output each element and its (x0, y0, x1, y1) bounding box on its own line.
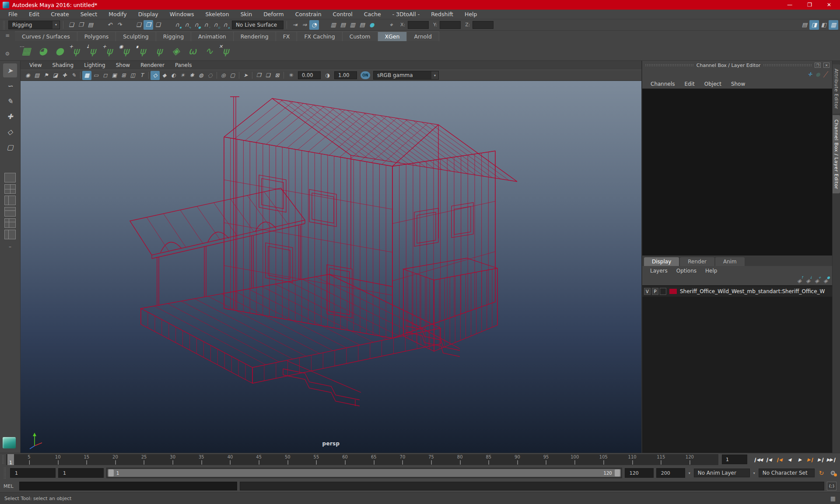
channel-box-menu-item[interactable]: Edit (680, 81, 700, 87)
sidebar-channel-box-icon[interactable]: ▥ (829, 20, 838, 30)
xgen-curves-icon[interactable]: ∿ (202, 44, 216, 58)
shelf-tab[interactable]: FX Caching (297, 32, 342, 41)
xgen-create-description-icon[interactable]: ψ+ (69, 44, 83, 58)
time-slider-strip[interactable]: 1 51015202530354045505560657075808590951… (6, 454, 718, 465)
xgen-sphere-preview-icon[interactable]: ◕ (36, 44, 50, 58)
sidebar-modeling-toolkit-icon[interactable]: ▤ (800, 20, 809, 30)
gamma-icon[interactable]: ◑ (323, 71, 332, 80)
motion-blur-icon[interactable]: ◌ (206, 71, 215, 80)
menu-item[interactable]: Control (327, 11, 358, 18)
menu-item[interactable]: Cache (358, 11, 387, 18)
z-input[interactable] (472, 21, 494, 29)
construction-history-icon[interactable]: ◔ (309, 20, 319, 30)
xgen-lock-description-icon[interactable]: ψ∎ (136, 44, 150, 58)
sidebar-tool-settings-icon[interactable]: ◧ (819, 20, 829, 30)
snap-point-icon[interactable]: ∩● (192, 20, 201, 30)
menu-item[interactable]: Modify (103, 11, 132, 18)
camera-attributes-icon[interactable]: ▤ (32, 71, 42, 80)
panel-float-icon[interactable]: ❐ (815, 63, 821, 68)
panel-menu-item[interactable]: Lighting (79, 62, 111, 68)
scale-tool-icon[interactable]: ▢ (3, 140, 17, 154)
channel-box-menu-item[interactable]: Object (700, 81, 726, 87)
playback-start-field[interactable]: 1 (58, 468, 104, 478)
shelf-tab[interactable]: FX (276, 32, 298, 41)
shadows-icon[interactable]: ✱ (187, 71, 196, 80)
save-scene-icon[interactable]: ▤ (86, 20, 95, 30)
viewport-3d-view[interactable]: persp (21, 81, 641, 453)
channel-box-menu-item[interactable]: Show (726, 81, 750, 87)
bookmark-icon[interactable]: ⚑ (42, 71, 51, 80)
layout-four-pane-button[interactable] (4, 184, 16, 194)
menu-item[interactable]: Edit (23, 11, 45, 18)
xgen-export-selection-icon[interactable]: ψ↓ (86, 44, 100, 58)
sidebar-vertical-tab[interactable]: Attribute Editor (833, 64, 840, 114)
xgen-grooming-icon[interactable]: ψ (152, 44, 166, 58)
xgen-toggle-preview-icon[interactable]: ψ◉ (119, 44, 133, 58)
panel-menu-item[interactable]: Show (111, 62, 135, 68)
shelf-tab[interactable]: Curves / Surfaces (15, 32, 77, 41)
undo-icon[interactable]: ↶ (105, 20, 115, 30)
isolate-select-icon[interactable]: ◎ (219, 71, 228, 80)
paste-buffer-icon[interactable]: ❏ (263, 71, 273, 80)
select-camera-icon[interactable]: ◉ (23, 71, 32, 80)
range-slider-bar[interactable]: 1 120 (108, 469, 621, 477)
layout-outliner-persp-button[interactable] (4, 230, 16, 239)
xgen-add-to-description-icon[interactable]: ψ+ (102, 44, 116, 58)
layout-two-pane-stacked-button[interactable] (4, 207, 16, 217)
make-live-icon[interactable]: ∩▴ (220, 20, 230, 30)
select-hierarchy-icon[interactable]: ❑ (134, 20, 144, 30)
layer-display-type-toggle[interactable] (660, 288, 666, 295)
2d-pan-zoom-icon[interactable]: ✚ (60, 71, 69, 80)
shelf-tab[interactable]: Custom (343, 32, 378, 41)
animation-start-field[interactable]: 1 (10, 468, 56, 478)
film-gate-icon[interactable]: ▭ (91, 71, 101, 80)
xgen-delete-description-icon[interactable]: ψ✕ (219, 44, 233, 58)
current-frame-field[interactable]: 1 (722, 455, 747, 464)
panel-drag-handle[interactable] (763, 64, 812, 66)
menu-item[interactable]: Constrain (290, 11, 327, 18)
exposure-icon[interactable]: ✳ (287, 71, 296, 80)
shelf-tab[interactable]: Polygons (77, 32, 116, 41)
paint-select-tool-icon[interactable]: ✎ (3, 94, 17, 108)
command-line-input[interactable] (19, 482, 237, 490)
select-object-icon[interactable]: ❒ (144, 20, 153, 30)
range-slider-grip[interactable] (4, 467, 7, 479)
panel-drag-handle[interactable] (645, 64, 694, 66)
textured-icon[interactable]: ◐ (169, 71, 178, 80)
rotate-tool-icon[interactable]: ◇ (3, 125, 17, 139)
grease-pencil-icon[interactable]: ✎ (69, 71, 78, 80)
render-settings-icon[interactable]: ▤ (357, 20, 367, 30)
toolbox-bottom-icon[interactable] (3, 437, 16, 448)
create-layer-from-selected-icon[interactable]: ◈● (823, 277, 828, 284)
range-start-handle[interactable] (108, 469, 114, 476)
layer-playback-toggle[interactable]: P (652, 288, 658, 295)
step-forward-frame-button[interactable]: ▶❙ (816, 454, 826, 465)
time-slider-grip[interactable] (2, 455, 5, 464)
live-surface-field[interactable]: No Live Surface (232, 21, 284, 29)
xgen-guides-icon[interactable]: ◈ (169, 44, 183, 58)
play-forwards-button[interactable]: ▶ (794, 454, 805, 465)
menu-item[interactable]: Help (459, 11, 483, 18)
panel-menu-item[interactable]: View (24, 62, 47, 68)
lasso-tool-icon[interactable]: ∽ (3, 79, 17, 93)
wireframe-icon[interactable]: ◇ (150, 71, 160, 80)
menu-item[interactable]: Redshift (425, 11, 459, 18)
color-management-toggle[interactable]: ON (360, 71, 370, 79)
menu-item[interactable]: File (3, 11, 23, 18)
x-input[interactable] (408, 21, 429, 29)
status-line-grip[interactable] (3, 21, 6, 29)
current-frame-marker[interactable]: 1 (7, 454, 14, 465)
xgen-editor-icon[interactable]: ▦⋯ (19, 44, 33, 58)
toolbox-collapse[interactable]: – (9, 244, 11, 250)
xray-icon[interactable]: ▢ (228, 71, 237, 80)
ipr-render-icon[interactable]: ▥ (348, 20, 357, 30)
input-connections-icon[interactable]: ⇥ (290, 20, 300, 30)
menu-item[interactable]: Display (133, 11, 164, 18)
y-input[interactable] (440, 21, 461, 29)
field-chart-icon[interactable]: ⊞ (119, 71, 128, 80)
create-empty-layer-icon[interactable]: ◈+ (815, 277, 819, 284)
character-set-select[interactable]: No Character Set (759, 469, 815, 477)
restore-button[interactable]: ❐ (807, 2, 812, 8)
panel-menu-item[interactable]: Panels (170, 62, 197, 68)
manipulator-axes-icon[interactable]: ✛ (808, 71, 812, 77)
